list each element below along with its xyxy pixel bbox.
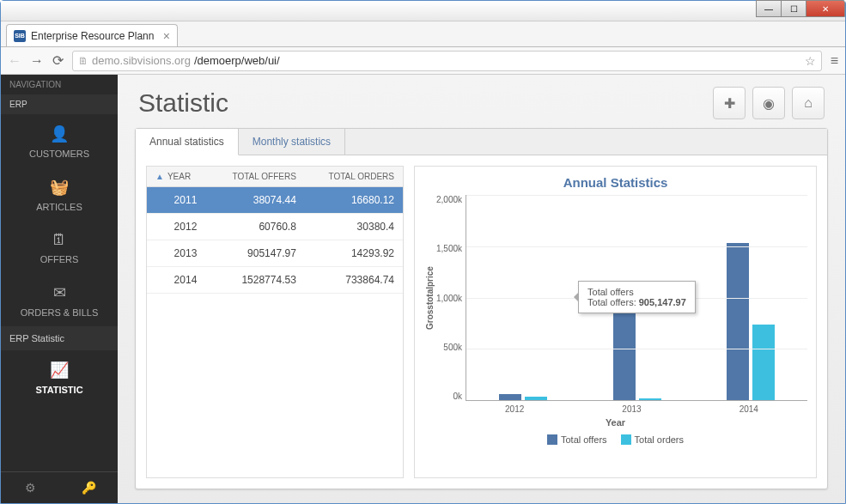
sidebar-erp-label[interactable]: ERP (1, 94, 118, 114)
refresh-icon: ◉ (763, 95, 775, 112)
sidebar-item-articles[interactable]: 🧺 ARTICLES (1, 167, 118, 221)
home-icon: ⌂ (804, 95, 813, 111)
settings-gear-icon[interactable]: ⚙ (1, 472, 59, 503)
table-cell: 733864.74 (305, 267, 403, 294)
url-bar[interactable]: 🗎 demo.sibvisions.org ☆ (72, 51, 822, 71)
browser-tab-strip: SIB Enterprise Resource Plann × (1, 21, 845, 47)
home-button[interactable]: ⌂ (792, 87, 825, 119)
sidebar-item-label: STATISTIC (35, 385, 82, 395)
chart-plot: Total offers Total offers: 905,147.97 (466, 195, 807, 401)
x-axis-label: Year (423, 417, 807, 428)
chart-bar[interactable] (525, 397, 547, 400)
tooltip-label: Total offers: (587, 297, 639, 307)
sort-asc-icon: ▲ (155, 172, 164, 181)
browser-tab[interactable]: SIB Enterprise Resource Plann × (6, 24, 178, 46)
table-cell: 60760.8 (209, 214, 305, 240)
browser-nav-bar: ← → ⟳ 🗎 demo.sibvisions.org ☆ ≡ (1, 47, 845, 75)
window-maximize-button[interactable]: ☐ (781, 0, 806, 17)
add-button[interactable]: ✚ (713, 87, 746, 119)
window-minimize-button[interactable]: — (756, 0, 782, 17)
favicon-icon: SIB (14, 30, 26, 42)
x-tick: 2012 (456, 401, 573, 414)
browser-tab-title: Enterprise Resource Plann (31, 30, 158, 42)
chart-panel: Annual Statistics Grosstotalprice 2,000k… (414, 166, 817, 478)
chart-bar[interactable] (752, 325, 775, 400)
legend-swatch-offers (547, 434, 557, 445)
statistics-table: ▲YEAR TOTAL OFFERS TOTAL ORDERS 20113807… (146, 166, 404, 478)
y-axis-ticks: 2,000k1,500k1,000k500k0k (436, 195, 466, 401)
chart-bar[interactable] (499, 394, 521, 400)
chart-title: Annual Statistics (423, 175, 807, 190)
table-cell: 2012 (147, 214, 209, 240)
plus-icon: ✚ (724, 95, 735, 112)
table-cell: 2014 (147, 267, 209, 294)
table-row[interactable]: 20141528774.53733864.74 (147, 267, 403, 294)
table-cell: 30380.4 (305, 214, 403, 240)
url-input[interactable] (194, 54, 801, 67)
forward-icon[interactable]: → (30, 53, 44, 69)
chart-legend: Total offers Total orders (423, 434, 807, 445)
url-host: demo.sibvisions.org (92, 54, 191, 67)
back-icon[interactable]: ← (8, 53, 21, 69)
sidebar-item-label: ORDERS & BILLS (21, 307, 98, 318)
table-cell: 1528774.53 (209, 267, 305, 294)
orders-icon: ✉ (53, 283, 66, 302)
tab-monthly-statistics[interactable]: Monthly statistics (239, 129, 345, 155)
x-axis-ticks: 201220132014 (456, 401, 807, 414)
chart-bar[interactable] (613, 307, 636, 400)
table-cell: 14293.92 (305, 240, 403, 267)
tooltip-series-name: Total offers (587, 287, 686, 297)
sidebar-item-label: OFFERS (40, 254, 79, 264)
sidebar-item-orders-bills[interactable]: ✉ ORDERS & BILLS (1, 273, 118, 326)
th-total-offers[interactable]: TOTAL OFFERS (209, 167, 305, 187)
legend-swatch-orders (621, 434, 631, 445)
table-cell: 2013 (147, 240, 209, 267)
table-row[interactable]: 2013905147.9714293.92 (147, 240, 403, 267)
table-cell: 2011 (147, 187, 209, 214)
th-year[interactable]: ▲YEAR (147, 167, 209, 187)
chart-bar[interactable] (639, 398, 661, 400)
content-card: Annual statistics Monthly statistics ▲YE… (135, 128, 828, 489)
sidebar-item-label: ARTICLES (36, 202, 82, 212)
bookmark-star-icon[interactable]: ☆ (805, 54, 816, 68)
table-cell: 38074.44 (209, 187, 305, 214)
table-row[interactable]: 201260760.830380.4 (147, 214, 403, 240)
sidebar-item-statistic[interactable]: 📈 STATISTIC (1, 350, 118, 404)
x-tick: 2013 (573, 401, 690, 414)
card-tabs: Annual statistics Monthly statistics (136, 129, 827, 155)
legend-total-offers: Total offers (547, 434, 607, 445)
y-axis-label: Grosstotalprice (423, 195, 436, 401)
tooltip-value: 905,147.97 (639, 297, 686, 307)
legend-total-orders: Total orders (621, 434, 684, 445)
table-row[interactable]: 201138074.4416680.12 (147, 187, 403, 214)
articles-icon: 🧺 (50, 178, 69, 197)
table-cell: 905147.97 (209, 240, 305, 267)
table-cell: 16680.12 (305, 187, 403, 214)
reload-icon[interactable]: ⟳ (52, 52, 64, 69)
customers-icon: 👤 (50, 124, 69, 143)
offers-icon: 🗓 (52, 231, 67, 249)
tab-close-icon[interactable]: × (163, 29, 170, 43)
sidebar-item-offers[interactable]: 🗓 OFFERS (1, 221, 118, 273)
sidebar-nav-label: NAVIGATION (1, 75, 118, 94)
tab-annual-statistics[interactable]: Annual statistics (136, 129, 239, 155)
page-icon: 🗎 (78, 55, 88, 67)
refresh-button[interactable]: ◉ (752, 87, 785, 119)
chart-bar[interactable] (727, 243, 749, 400)
page-title: Statistic (138, 88, 713, 118)
key-icon[interactable]: 🔑 (59, 472, 118, 503)
sidebar-sub-label[interactable]: ERP Statistic (1, 326, 118, 350)
window-close-button[interactable]: ✕ (806, 0, 845, 17)
sidebar-item-customers[interactable]: 👤 CUSTOMERS (1, 114, 118, 167)
window-titlebar: — ☐ ✕ (1, 1, 845, 21)
browser-menu-icon[interactable]: ≡ (831, 53, 838, 69)
chart-tooltip: Total offers Total offers: 905,147.97 (578, 281, 696, 313)
x-tick: 2014 (691, 401, 807, 414)
sidebar: NAVIGATION ERP 👤 CUSTOMERS 🧺 ARTICLES 🗓 … (1, 75, 118, 503)
th-total-orders[interactable]: TOTAL ORDERS (305, 167, 403, 187)
sidebar-item-label: CUSTOMERS (29, 149, 89, 159)
statistic-icon: 📈 (50, 361, 69, 380)
